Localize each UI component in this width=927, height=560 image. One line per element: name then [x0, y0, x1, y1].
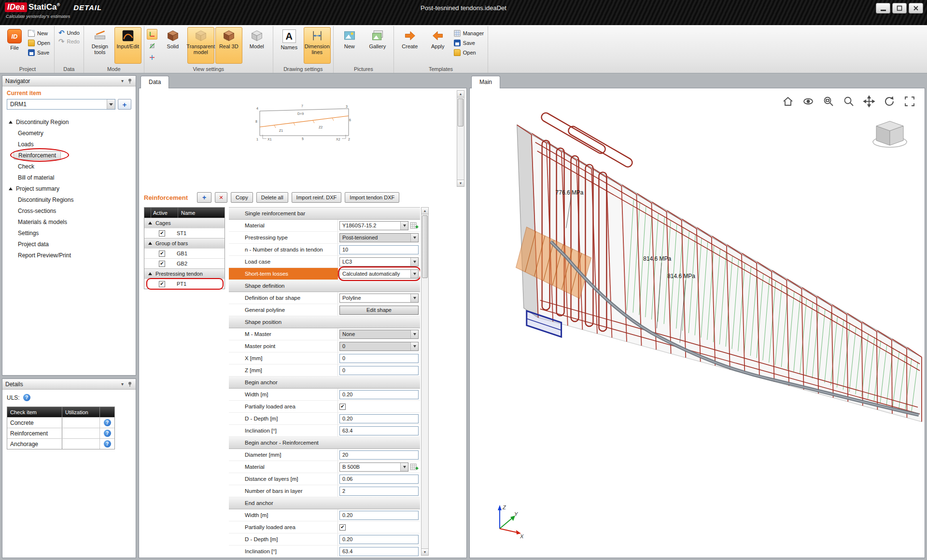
- solid-button[interactable]: Solid: [159, 27, 186, 64]
- template-create-button[interactable]: Create: [396, 27, 423, 64]
- material-dropdown[interactable]: Y1860S7-15.2: [339, 221, 408, 230]
- nav-group-project-summary[interactable]: Project summary: [4, 183, 134, 194]
- view-direction-icon[interactable]: [802, 95, 815, 108]
- material-library-icon[interactable]: [410, 463, 419, 471]
- names-button[interactable]: A Names: [276, 27, 303, 64]
- x-mm-input[interactable]: 0: [339, 354, 419, 363]
- edit-shape-button[interactable]: Edit shape: [339, 306, 419, 315]
- section-shape-position[interactable]: Shape position: [229, 316, 420, 328]
- active-checkbox[interactable]: ✔: [159, 230, 165, 237]
- help-icon[interactable]: ?: [23, 394, 30, 401]
- beam-3d-scene[interactable]: 776.6 MPa 814.6 MPa 814.6 MPa: [470, 88, 925, 558]
- delete-all-button[interactable]: Delete all: [256, 192, 288, 203]
- scroll-up-arrow[interactable]: ▲: [421, 208, 428, 214]
- nav-item-discontinuity-regions[interactable]: Discontinuity Regions: [4, 194, 134, 205]
- section-begin-anchor[interactable]: Begin anchor: [229, 377, 420, 389]
- real-3d-button[interactable]: Real 3D: [215, 27, 242, 64]
- design-tools-button[interactable]: Design tools: [86, 27, 113, 64]
- nav-item-materials-models[interactable]: Materials & models: [4, 216, 134, 227]
- tab-main[interactable]: Main: [471, 76, 500, 88]
- master-dropdown[interactable]: None: [339, 330, 419, 339]
- nav-item-report-preview-print[interactable]: Report Preview/Print: [4, 250, 134, 261]
- begin-width-input[interactable]: 0.20: [339, 390, 419, 399]
- import-reinf-dxf-button[interactable]: Import reinf. DXF: [292, 192, 342, 203]
- chevron-down-icon[interactable]: ▾: [121, 381, 124, 387]
- section-shape-definition[interactable]: Shape definition: [229, 280, 420, 292]
- home-view-icon[interactable]: [782, 95, 794, 108]
- nav-item-cross-sections[interactable]: Cross-sections: [4, 205, 134, 216]
- list-item-gb2[interactable]: ✔ GB2: [144, 258, 225, 268]
- template-save-button[interactable]: Save: [452, 39, 485, 47]
- active-checkbox[interactable]: ✔: [159, 251, 165, 257]
- current-item-dropdown[interactable]: DRM1: [7, 99, 115, 110]
- minimize-button[interactable]: [876, 3, 890, 14]
- nav-group-discontinuity-region[interactable]: Discontinuity Region: [4, 116, 134, 127]
- add-item-button[interactable]: +: [118, 99, 131, 110]
- maximize-button[interactable]: [892, 3, 907, 14]
- list-group-group-of-bars[interactable]: Group of bars: [144, 238, 225, 248]
- dimension-lines-button[interactable]: Dimension lines: [304, 27, 331, 64]
- input-edit-button[interactable]: Input/Edit: [114, 27, 141, 64]
- nav-item-loads[interactable]: Loads: [4, 139, 134, 150]
- zoom-window-icon[interactable]: [822, 95, 835, 108]
- prestressing-type-dropdown[interactable]: Post-tensioned: [339, 233, 419, 242]
- template-apply-button[interactable]: Apply: [424, 27, 451, 64]
- help-icon[interactable]: ?: [104, 419, 111, 426]
- model-button[interactable]: Model: [243, 27, 270, 64]
- n-strands-input[interactable]: 10: [339, 245, 419, 254]
- diameter-input[interactable]: 20: [339, 450, 419, 460]
- load-case-dropdown[interactable]: LC3: [339, 257, 419, 266]
- pin-icon[interactable]: [127, 381, 133, 387]
- master-point-dropdown[interactable]: 0: [339, 342, 419, 351]
- chevron-down-icon[interactable]: ▾: [121, 78, 124, 84]
- end-inclination-input[interactable]: 63.4: [339, 547, 419, 556]
- nav-item-settings[interactable]: Settings: [4, 227, 134, 238]
- z-mm-input[interactable]: 0: [339, 366, 419, 375]
- scroll-down-arrow[interactable]: ▼: [421, 548, 428, 555]
- active-checkbox[interactable]: ✔: [159, 261, 165, 267]
- anchor-material-dropdown[interactable]: B 500B: [339, 462, 408, 472]
- redo-button[interactable]: ↷Redo: [57, 38, 81, 45]
- undo-button[interactable]: ↶Undo: [57, 29, 81, 36]
- scrollbar-vertical[interactable]: ▲ ▼: [457, 90, 464, 187]
- begin-partially-loaded-checkbox[interactable]: ✔: [339, 404, 346, 410]
- nav-item-check[interactable]: Check: [4, 161, 134, 172]
- bars-in-layer-input[interactable]: 2: [339, 487, 419, 496]
- nav-item-project-data[interactable]: Project data: [4, 238, 134, 250]
- view-axes-button-3[interactable]: [147, 52, 157, 63]
- list-group-cages[interactable]: Cages: [144, 218, 225, 228]
- scroll-down-arrow[interactable]: ▼: [457, 180, 464, 186]
- begin-depth-input[interactable]: 0.20: [339, 414, 419, 423]
- gallery-button[interactable]: Gallery: [364, 27, 391, 64]
- help-icon[interactable]: ?: [104, 440, 111, 448]
- main-3d-view[interactable]: 776.6 MPa 814.6 MPa 814.6 MPa Z Y X: [469, 88, 925, 558]
- close-button[interactable]: [909, 3, 923, 14]
- rotate-icon[interactable]: [883, 95, 896, 108]
- transparent-model-button[interactable]: Transparent model: [187, 27, 214, 64]
- nav-item-bill-of-material[interactable]: Bill of material: [4, 172, 134, 183]
- navigation-cube[interactable]: [871, 118, 908, 150]
- pan-icon[interactable]: [863, 95, 875, 108]
- tab-data[interactable]: Data: [140, 76, 169, 88]
- help-icon[interactable]: ?: [104, 430, 111, 437]
- list-item-st1[interactable]: ✔ ST1: [144, 228, 225, 238]
- zoom-icon[interactable]: [843, 95, 855, 108]
- delete-reinforcement-button[interactable]: ✕: [215, 192, 227, 203]
- section-end-anchor[interactable]: End anchor: [229, 497, 420, 509]
- view-axes-button-1[interactable]: [147, 29, 157, 40]
- list-group-prestressing-tendon[interactable]: Prestressing tendon: [144, 268, 225, 279]
- pin-icon[interactable]: [127, 78, 133, 84]
- file-button[interactable]: ID File: [3, 27, 26, 51]
- nav-item-reinforcement[interactable]: Reinforcement: [4, 150, 134, 161]
- open-button[interactable]: Open: [27, 39, 52, 47]
- begin-inclination-input[interactable]: 63.4: [339, 426, 419, 435]
- end-partially-loaded-checkbox[interactable]: ✔: [339, 524, 346, 531]
- short-term-losses-dropdown[interactable]: Calculated automatically: [339, 269, 419, 279]
- picture-new-button[interactable]: New: [336, 27, 363, 64]
- section-single-reinforcement-bar[interactable]: Single reinforcement bar: [229, 208, 420, 220]
- scroll-up-arrow[interactable]: ▲: [457, 91, 464, 98]
- view-axes-button-2[interactable]: [147, 41, 157, 51]
- add-reinforcement-button[interactable]: +: [197, 192, 211, 203]
- scrollbar-vertical[interactable]: ▲ ▼: [421, 207, 429, 556]
- list-item-gb1[interactable]: ✔ GB1: [144, 248, 225, 258]
